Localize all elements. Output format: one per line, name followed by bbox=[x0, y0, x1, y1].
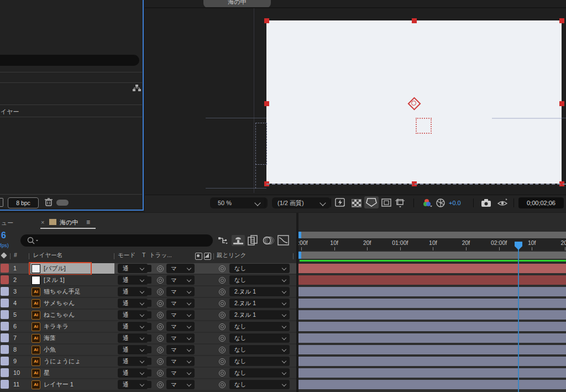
parent-pickwhip-icon[interactable] bbox=[219, 289, 226, 295]
track-matte-dropdown[interactable]: マ bbox=[166, 357, 195, 366]
layer-label-chip[interactable] bbox=[1, 287, 9, 296]
layer-row[interactable]: 1 [バブル] 通 マ なし bbox=[0, 263, 296, 274]
blend-mode-dropdown[interactable]: 通 bbox=[118, 299, 148, 308]
shy-toggle-icon[interactable] bbox=[232, 235, 245, 246]
snapshot-camera-icon[interactable] bbox=[481, 198, 492, 207]
fast-preview-icon[interactable] bbox=[335, 198, 346, 207]
trash-icon[interactable] bbox=[44, 197, 53, 207]
preserve-transparency-toggle[interactable] bbox=[144, 265, 151, 272]
timeline-navigator-bar[interactable] bbox=[301, 232, 566, 238]
project-selected-item[interactable] bbox=[0, 55, 139, 66]
track-matte-dropdown[interactable]: マ bbox=[166, 322, 195, 331]
layer-label-chip[interactable] bbox=[1, 380, 9, 389]
handle-mid-left[interactable] bbox=[264, 101, 269, 106]
modes-icon[interactable] bbox=[204, 253, 211, 260]
parent-dropdown[interactable]: なし bbox=[229, 264, 290, 273]
track-matte-pickwhip-icon[interactable] bbox=[157, 265, 164, 272]
parent-pickwhip-icon[interactable] bbox=[219, 370, 226, 377]
preserve-transparency-toggle[interactable] bbox=[144, 300, 151, 307]
parent-dropdown[interactable]: なし bbox=[229, 380, 290, 389]
preserve-transparency-toggle[interactable] bbox=[144, 311, 151, 318]
timeline-search-input[interactable] bbox=[20, 234, 213, 247]
track-matte-pickwhip-icon[interactable] bbox=[157, 347, 164, 353]
layer-row[interactable]: 5 Aiねこちゃん 通 マ 2.ヌル 1 bbox=[0, 310, 296, 320]
layer-duration-bar[interactable] bbox=[298, 345, 566, 354]
parent-dropdown[interactable]: なし bbox=[229, 368, 290, 378]
parent-dropdown[interactable]: なし bbox=[229, 322, 290, 331]
track-matte-pickwhip-icon[interactable] bbox=[157, 335, 164, 342]
bit-depth-button[interactable]: 8 bpc bbox=[8, 197, 39, 208]
parent-pickwhip-icon[interactable] bbox=[219, 335, 226, 342]
preserve-transparency-toggle[interactable] bbox=[144, 334, 151, 342]
track-matte-pickwhip-icon[interactable] bbox=[157, 323, 164, 330]
blend-mode-dropdown[interactable]: 通 bbox=[118, 333, 148, 343]
preserve-transparency-toggle[interactable] bbox=[144, 288, 151, 295]
layer-duration-bar[interactable] bbox=[298, 357, 566, 366]
layer-row[interactable]: 9 Aiうにょうにょ 通 マ なし bbox=[0, 356, 296, 367]
transparency-grid-icon[interactable] bbox=[352, 199, 361, 207]
layer-label-chip[interactable] bbox=[1, 264, 9, 273]
anchor-point-icon[interactable] bbox=[408, 97, 419, 108]
handle-mid-right[interactable] bbox=[559, 101, 564, 106]
layer-row[interactable]: 4 Aiサメちゃん 通 マ 2.ヌル 1 bbox=[0, 298, 296, 309]
parent-dropdown[interactable]: 2.ヌル 1 bbox=[229, 310, 290, 320]
mask-visibility-icon[interactable] bbox=[364, 196, 379, 208]
layer-name[interactable]: [ヌル 1] bbox=[44, 275, 65, 285]
blend-mode-dropdown[interactable]: 通 bbox=[118, 357, 148, 366]
exposure-value[interactable]: +0.0 bbox=[449, 200, 461, 206]
layer-name[interactable]: レイヤー 1 bbox=[44, 379, 74, 390]
track-matte-dropdown[interactable]: マ bbox=[166, 345, 195, 354]
track-matte-pickwhip-icon[interactable] bbox=[157, 381, 164, 388]
graph-editor-icon[interactable] bbox=[277, 235, 290, 246]
layer-row[interactable]: 10 Ai星 通 マ なし bbox=[0, 368, 296, 378]
handle-top-right[interactable] bbox=[559, 18, 564, 23]
column-layer-name[interactable]: レイヤー名 bbox=[33, 252, 62, 259]
layer-name[interactable]: キラキラ bbox=[44, 321, 69, 332]
parent-pickwhip-icon[interactable] bbox=[219, 265, 226, 272]
channels-rgb-icon[interactable] bbox=[422, 198, 434, 208]
layer-row[interactable]: 11 Aiレイヤー 1 通 マ なし bbox=[0, 379, 296, 390]
track-matte-pickwhip-icon[interactable] bbox=[157, 289, 164, 295]
blend-mode-dropdown[interactable]: 通 bbox=[118, 380, 148, 389]
layer-name[interactable]: うにょうにょ bbox=[44, 356, 81, 367]
quality-dropdown[interactable]: (1/2 画質) bbox=[272, 197, 331, 208]
parent-dropdown[interactable]: なし bbox=[229, 357, 290, 366]
exposure-shutter-icon[interactable] bbox=[436, 198, 446, 208]
track-matte-dropdown[interactable]: マ bbox=[166, 299, 195, 308]
layer-row[interactable]: 6 Aiキラキラ 通 マ なし bbox=[0, 321, 296, 332]
preserve-transparency-toggle[interactable] bbox=[144, 323, 151, 330]
composition-tab[interactable]: 海の中 bbox=[203, 0, 271, 8]
layer-duration-bar[interactable] bbox=[298, 299, 566, 308]
track-matte-pickwhip-icon[interactable] bbox=[157, 300, 164, 307]
track-matte-dropdown[interactable]: マ bbox=[166, 368, 195, 378]
blend-mode-dropdown[interactable]: 通 bbox=[118, 322, 148, 331]
region-of-interest-icon[interactable] bbox=[381, 198, 391, 207]
layer-label-chip[interactable] bbox=[1, 345, 9, 354]
preserve-transparency-toggle[interactable] bbox=[144, 369, 151, 377]
parent-dropdown[interactable]: なし bbox=[229, 345, 290, 354]
column-number[interactable]: # bbox=[14, 252, 17, 258]
layer-name[interactable]: 猫ちゃん手足 bbox=[44, 286, 81, 297]
parent-pickwhip-icon[interactable] bbox=[219, 347, 226, 353]
layer-label-chip[interactable] bbox=[1, 299, 9, 307]
layer-label-chip[interactable] bbox=[1, 275, 9, 284]
layer-label-chip[interactable] bbox=[1, 368, 9, 377]
layer-row[interactable]: 3 Ai猫ちゃん手足 通 マ 2.ヌル 1 bbox=[0, 286, 296, 297]
layer-name[interactable]: [バブル] bbox=[44, 263, 66, 274]
motion-blur-icon[interactable] bbox=[263, 236, 275, 245]
parent-dropdown[interactable]: 2.ヌル 1 bbox=[229, 299, 290, 308]
tab-close-icon[interactable]: × bbox=[41, 219, 44, 226]
column-mode[interactable]: モード bbox=[118, 252, 135, 259]
track-matte-pickwhip-icon[interactable] bbox=[157, 358, 164, 365]
track-matte-dropdown[interactable]: マ bbox=[166, 380, 195, 389]
blend-mode-dropdown[interactable]: 通 bbox=[118, 275, 148, 285]
track-matte-dropdown[interactable]: マ bbox=[166, 333, 195, 343]
track-matte-pickwhip-icon[interactable] bbox=[157, 277, 164, 284]
layer-duration-bar[interactable] bbox=[298, 264, 566, 273]
preserve-transparency-toggle[interactable] bbox=[144, 346, 151, 353]
layer-name[interactable]: サメちゃん bbox=[44, 298, 75, 309]
frame-blending-icon[interactable] bbox=[247, 235, 259, 246]
layer-label-chip[interactable] bbox=[1, 357, 9, 365]
parent-dropdown[interactable]: なし bbox=[229, 333, 290, 343]
label-column-icon[interactable] bbox=[2, 253, 6, 258]
